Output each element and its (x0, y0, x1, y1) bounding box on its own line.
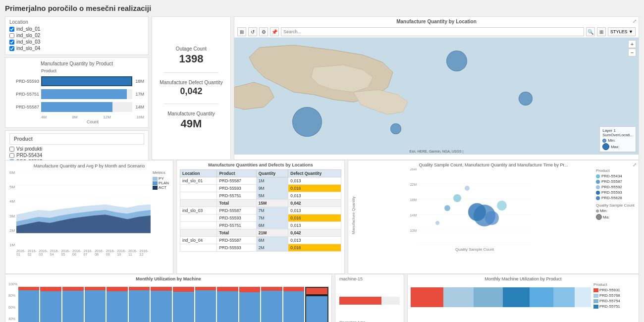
scatter-dot-55628 (596, 196, 600, 200)
map-zoom-controls: + − (628, 40, 636, 56)
scatter-label-55592: PRD-55592 (601, 185, 622, 189)
area-chart-title: Manufacture Quantity and Avg P by Month … (9, 163, 169, 168)
area-y-axis: 6M 5M 4M 3M 2M 1M (9, 170, 16, 255)
legend-swatch-py (153, 177, 158, 181)
cell-quantity: 9M (256, 185, 288, 192)
scatter-expand-icon[interactable]: ⤢ (633, 162, 637, 167)
scatter-size-legend-title: Quality Sample Count (596, 203, 636, 208)
kpi-defect-value: 0,042 (160, 86, 222, 97)
svg-text:10M: 10M (410, 229, 417, 232)
map-panel: Manufacture Quantity by Location ⊞ ↺ ⚙ 📌… (234, 16, 639, 160)
location-filter-label: Location (9, 19, 144, 25)
map-expand-icon[interactable]: ⤢ (633, 18, 637, 24)
map-bubble-3 (292, 107, 322, 137)
location-item: ind_slo_03 (9, 39, 144, 45)
util-legend-55768: PRD-55768 (593, 293, 636, 298)
cell-quantity: 7M (256, 207, 288, 215)
table-row-total: Total 15M 0,042 (180, 200, 341, 207)
map-title: Manufacture Quantity by Location (234, 17, 639, 26)
scatter-legend-55628: PRD-55628 (596, 196, 636, 200)
monthly-chart-container: 100%80%60%40%20% (8, 282, 328, 322)
area-chart-main: 2016-012016-022016-032016-04 2016-052016… (16, 170, 151, 255)
y-tick-3m: 3M (9, 214, 15, 218)
map-zoom-in[interactable]: + (628, 40, 636, 48)
cell-product: PRD-55593 (217, 185, 256, 192)
map-zoom-out[interactable]: − (628, 49, 636, 56)
bar-track-1 (41, 76, 132, 86)
map-btn-3[interactable]: ⚙ (259, 27, 268, 36)
location-checkbox-01[interactable] (9, 27, 14, 32)
bar-row-3: PRD-55587 14M (9, 102, 144, 112)
cell-location (180, 244, 217, 252)
map-styles-button[interactable]: STYLES ▼ (608, 27, 636, 36)
map-btn-2[interactable]: ↺ (248, 27, 257, 36)
stacked-bar-1 (18, 287, 40, 322)
product-checkbox-vsi[interactable] (9, 147, 14, 152)
cell-quantity: 1M (256, 177, 288, 185)
map-btn-4[interactable]: 📌 (270, 27, 279, 36)
map-search-input[interactable] (281, 27, 584, 36)
product-filter-label: Product (9, 133, 144, 145)
map-bubble-4 (390, 123, 401, 134)
table-panel: Manufacture Quantities and Defects by Lo… (176, 160, 345, 274)
map-area: + − Layer 1 SumOverLocati... Min: Max: E… (234, 38, 639, 155)
util-legend-55754: PRD-55754 (593, 299, 636, 303)
legend-label-plan: PLAN (159, 181, 169, 185)
stacked-bar-2 (40, 287, 61, 322)
data-table: Location Product Quantity Defect Quantit… (180, 169, 341, 252)
product-util-legend: Product PRD-55931 PRD-55768 PRD-55754 (591, 282, 636, 322)
legend-swatch-act (153, 186, 158, 190)
scatter-label-55628: PRD-55628 (601, 196, 622, 200)
stacked-bar-3 (62, 287, 84, 322)
product-util-bars (411, 282, 591, 322)
map-search-btn[interactable]: 🔍 (586, 27, 595, 36)
kpi-outage: Outage Count 1398 (176, 46, 207, 65)
kpi-outage-value: 1398 (176, 53, 207, 65)
map-bubble-2 (519, 92, 533, 106)
product-item-vsi: Vsi produkti (9, 146, 144, 152)
bar-fill-3 (41, 102, 112, 112)
cell-defect: 0,013 (288, 192, 341, 200)
map-layers-btn[interactable]: ⊞ (597, 27, 606, 36)
kpi-outage-label: Outage Count (176, 46, 207, 52)
location-checkbox-02[interactable] (9, 33, 14, 38)
scatter-dot-55593 (596, 191, 600, 195)
cell-defect: 0,013 (288, 237, 341, 244)
cell-quantity: 7M (256, 215, 288, 222)
map-btn-1[interactable]: ⊞ (237, 27, 246, 36)
cell-location: ind_slo_04 (180, 237, 217, 244)
cell-quantity: 2M (256, 244, 288, 252)
product-checkbox-55434[interactable] (9, 153, 14, 158)
cell-defect: 0,016 (288, 215, 341, 222)
col-header-defect: Defect Quantity (288, 170, 341, 177)
bar-value-1: 18M (135, 79, 144, 84)
location-checkbox-04[interactable] (9, 46, 14, 51)
scatter-title: Quality Sample Count, Manufacture Quanti… (351, 162, 636, 167)
location-checkbox-03[interactable] (9, 40, 14, 45)
stacked-bar-4 (85, 287, 106, 322)
table-row: ind_slo_01 PRD-55587 1M 0,013 (180, 177, 341, 185)
bar-row-2: PRD-55751 17M (9, 89, 144, 99)
col-header-location: Location (180, 170, 217, 177)
product-util-title: Monthly Machine Utilization by Product (411, 276, 636, 281)
page-title: Primerjalno poročilo o mesečni realizaci… (5, 4, 639, 12)
svg-point-32 (435, 221, 439, 225)
x-tick-3: 12M (103, 115, 111, 119)
table-row: PRD-55751 6M 0,013 (180, 222, 341, 229)
scatter-legend-55592: PRD-55592 (596, 185, 636, 189)
scatter-legend-55434: PRD-55434 (596, 174, 636, 178)
y-tick-1m: 1M (9, 243, 15, 247)
operation-type-machine-label: Operation type (339, 320, 400, 322)
cell-product: PRD-55587 (217, 177, 256, 185)
legend-py: PY (153, 176, 169, 181)
cell-location: ind_slo_03 (180, 207, 217, 215)
bar-chart-card: Manufacture Quantity by Product Product … (5, 57, 149, 128)
col-header-product: Product (217, 170, 256, 177)
map-legend-subtitle: SumOverLocati... (602, 133, 633, 137)
table-row: PRD-55751 5M 0,013 (180, 192, 341, 200)
util-seg-c (575, 287, 591, 307)
svg-point-29 (444, 205, 450, 211)
area-legend: Metrics PY PLAN ACT (151, 170, 169, 255)
product-util-chart: Product PRD-55931 PRD-55768 PRD-55754 (411, 282, 636, 322)
product-label-55434: PRD-55434 (16, 153, 42, 158)
